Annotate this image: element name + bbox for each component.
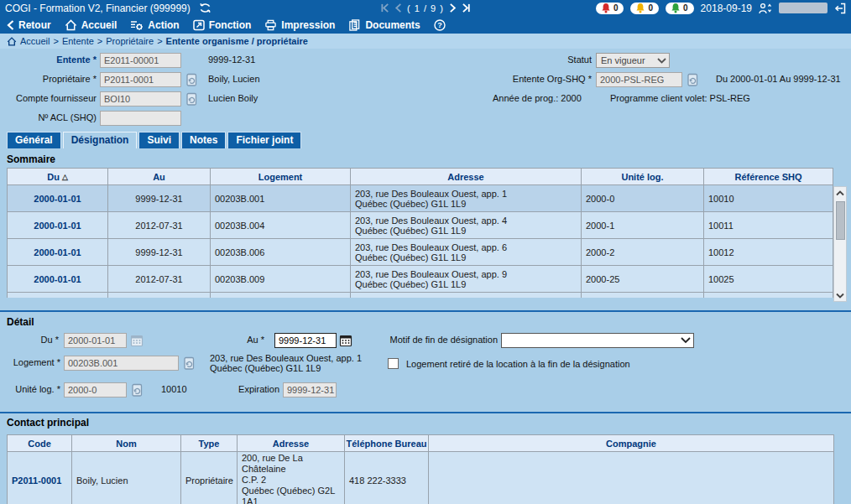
tab-suivi[interactable]: Suivi xyxy=(138,132,180,148)
bell-yellow-icon xyxy=(636,3,645,13)
detail-logement-field[interactable]: 00203B.001 xyxy=(64,356,179,371)
detail-unite-label: Unité log. * xyxy=(7,384,60,394)
table-row[interactable]: 2000-01-01 9999-12-31 00203B.001 203, ru… xyxy=(8,185,833,212)
back-button[interactable]: Retour xyxy=(7,19,51,31)
tab-notes[interactable]: Notes xyxy=(181,132,226,148)
chevron-down-icon xyxy=(681,337,691,344)
breadcrumb-current: Entente organisme / propriétaire xyxy=(166,36,308,46)
printer-icon xyxy=(264,19,277,31)
bell-green-icon xyxy=(671,3,680,13)
print-button[interactable]: Impression xyxy=(264,19,335,31)
contact-table: Code Nom Type Adresse Téléphone Bureau C… xyxy=(7,434,834,504)
statut-label: Statut xyxy=(436,55,592,65)
table-row-clipped xyxy=(8,293,833,298)
scrollbar-thumb[interactable] xyxy=(836,201,845,240)
retire-checkbox[interactable] xyxy=(388,358,399,369)
table-row[interactable]: 2000-01-01 2012-07-31 00203B.004 203, ru… xyxy=(8,212,833,239)
sommaire-header-row: Du△ Au Logement Adresse Unité log. Référ… xyxy=(8,169,833,185)
alert-count-green: 0 xyxy=(683,3,688,13)
help-button[interactable]: ? xyxy=(434,19,446,31)
alert-badge-red[interactable]: 0 xyxy=(596,3,624,14)
detail-au-label: Au * xyxy=(239,335,264,345)
alert-badge-green[interactable]: 0 xyxy=(666,3,694,14)
user-switch-icon[interactable] xyxy=(759,3,772,14)
sommaire-scrollbar[interactable] xyxy=(833,186,847,302)
logement-lookup-icon[interactable] xyxy=(182,356,196,371)
home-icon xyxy=(65,19,77,31)
home-button[interactable]: Accueil xyxy=(65,19,117,31)
tab-fichier-joint[interactable]: Fichier joint xyxy=(227,132,301,148)
column-header-compagnie[interactable]: Compagnie xyxy=(429,435,834,452)
detail-du-field[interactable]: 2000-01-01 xyxy=(64,333,127,348)
pager-position: ( 1 / 9 ) xyxy=(407,3,444,13)
du-calendar-icon xyxy=(130,334,144,348)
table-row[interactable]: 2000-01-01 9999-12-31 00203B.006 203, ru… xyxy=(8,239,833,266)
sommaire-section-title: Sommaire xyxy=(7,153,55,165)
acl-field[interactable] xyxy=(100,111,181,126)
alert-count-red: 0 xyxy=(613,3,619,13)
table-row[interactable]: 2000-01-01 2012-07-31 00203B.009 203, ru… xyxy=(8,266,833,293)
title-bar: COGI - Formation V2, Financier (999999) … xyxy=(0,0,851,16)
column-header-nom[interactable]: Nom xyxy=(72,435,181,452)
sommaire-table: Du△ Au Logement Adresse Unité log. Référ… xyxy=(7,168,833,298)
svg-text:?: ? xyxy=(437,21,442,29)
breadcrumb-proprietaire[interactable]: Propriétaire xyxy=(106,36,154,46)
column-header-adresse[interactable]: Adresse xyxy=(238,435,345,452)
motif-label: Motif de fin de désignation xyxy=(376,335,498,345)
tab-general[interactable]: Général xyxy=(7,132,61,148)
scroll-down-icon[interactable] xyxy=(834,289,846,301)
breadcrumb: Accueil > Entente > Propriétaire > Enten… xyxy=(0,34,851,49)
refresh-icon[interactable] xyxy=(199,3,211,13)
section-divider xyxy=(0,310,851,312)
tab-designation[interactable]: Désignation xyxy=(63,132,138,148)
entente-org-field[interactable]: 2000-PSL-REG xyxy=(596,72,682,87)
record-pager: ( 1 / 9 ) xyxy=(380,0,471,16)
detail-du-label: Du * xyxy=(7,335,59,345)
scroll-up-icon[interactable] xyxy=(834,187,846,199)
detail-logement-label: Logement * xyxy=(7,357,60,367)
expiration-field[interactable]: 9999-12-31 xyxy=(283,382,337,397)
column-header-logement[interactable]: Logement xyxy=(211,169,351,185)
acl-label: Nº ACL (SHQ) xyxy=(7,112,97,122)
statut-select[interactable]: En vigueur xyxy=(596,53,670,68)
motif-select[interactable] xyxy=(501,333,694,348)
function-button[interactable]: Fonction xyxy=(193,19,252,31)
app-window: COGI - Formation V2, Financier (999999) … xyxy=(0,0,851,504)
annee-prog-text: Année de prog.: 2000 xyxy=(493,93,582,103)
unite-reference: 10010 xyxy=(161,384,187,394)
entente-org-lookup-icon[interactable] xyxy=(686,73,700,87)
function-arrow-box-icon xyxy=(193,19,205,31)
breadcrumb-entente[interactable]: Entente xyxy=(62,36,94,46)
column-header-unite[interactable]: Unité log. xyxy=(582,169,704,185)
alert-badge-yellow[interactable]: 0 xyxy=(630,3,659,14)
first-record-icon[interactable] xyxy=(380,3,389,13)
au-calendar-icon[interactable] xyxy=(339,334,353,348)
column-header-reference[interactable]: Référence SHQ xyxy=(704,169,833,185)
toolbar: Retour Accueil Action Fonction Impressio… xyxy=(0,16,851,34)
help-icon: ? xyxy=(434,19,446,31)
breadcrumb-home[interactable]: Accueil xyxy=(20,36,50,46)
section-divider xyxy=(0,412,851,413)
action-button[interactable]: Action xyxy=(130,19,179,31)
chevron-left-icon xyxy=(7,20,14,30)
next-record-icon[interactable] xyxy=(449,3,457,13)
programme-volet-text: Programme client volet: PSL-REG xyxy=(610,93,750,103)
logout-icon[interactable] xyxy=(834,3,846,14)
column-header-telephone[interactable]: Téléphone Bureau xyxy=(345,435,429,452)
column-header-adresse[interactable]: Adresse xyxy=(351,169,582,185)
column-header-du[interactable]: Du△ xyxy=(8,169,108,185)
home-small-icon xyxy=(7,37,17,46)
previous-record-icon[interactable] xyxy=(394,3,402,13)
retire-checkbox-label: Logement retiré de la location à la fin … xyxy=(406,359,675,369)
detail-unite-field[interactable]: 2000-0 xyxy=(64,382,127,397)
tab-strip: Général Désignation Suivi Notes Fichier … xyxy=(7,132,301,148)
expiration-label: Expiration xyxy=(231,384,279,394)
column-header-au[interactable]: Au xyxy=(108,169,211,185)
column-header-type[interactable]: Type xyxy=(181,435,238,452)
detail-au-field[interactable]: 9999-12-31 xyxy=(274,333,337,348)
unite-lookup-icon[interactable] xyxy=(130,383,144,397)
documents-button[interactable]: Documents xyxy=(348,19,420,31)
last-record-icon[interactable] xyxy=(462,3,471,13)
contact-row[interactable]: P2011-0001 Boily, Lucien Propriétaire 20… xyxy=(8,452,834,504)
column-header-code[interactable]: Code xyxy=(8,435,72,452)
